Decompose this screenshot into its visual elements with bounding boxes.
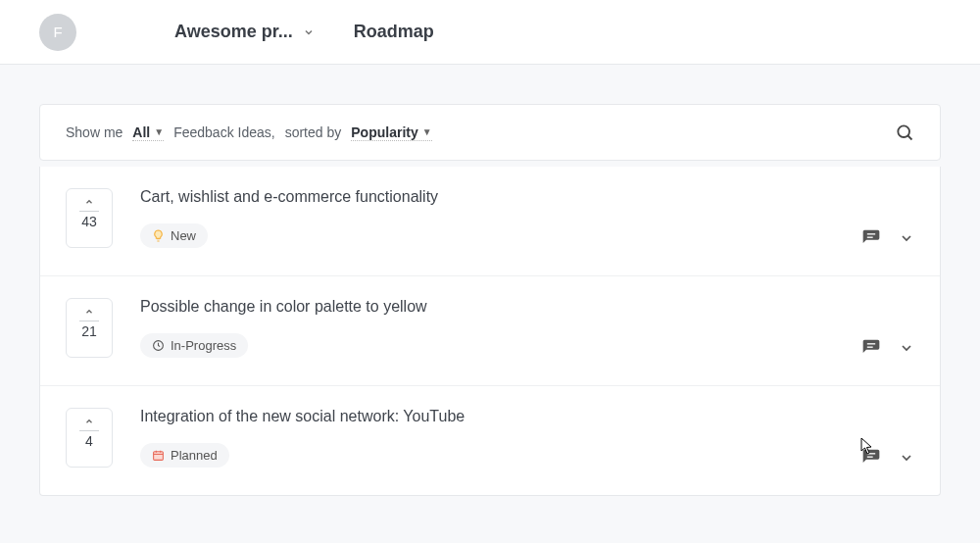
header: F Awesome pr... Roadmap	[0, 0, 980, 65]
filter-ideas-label: Feedback Ideas,	[173, 124, 275, 140]
filter-bar: Show me All ▼ Feedback Ideas, sorted by …	[39, 104, 941, 161]
chevron-down-icon[interactable]	[899, 450, 914, 466]
vote-count: 4	[79, 430, 99, 449]
avatar[interactable]: F	[39, 14, 76, 51]
card-title[interactable]: Cart, wishlist and e-commerce functional…	[140, 188, 914, 206]
comment-icon[interactable]	[861, 448, 881, 468]
card-body: Cart, wishlist and e-commerce functional…	[113, 188, 914, 248]
status-badge: In-Progress	[140, 333, 248, 358]
card-actions	[861, 228, 914, 248]
card-body: Integration of the new social network: Y…	[113, 408, 914, 468]
comment-icon[interactable]	[861, 228, 881, 248]
filter-sorted-by-label: sorted by	[285, 124, 342, 140]
search-icon[interactable]	[895, 123, 914, 142]
vote-count: 21	[79, 321, 99, 339]
svg-rect-7	[154, 452, 164, 461]
status-badge: Planned	[140, 443, 229, 468]
project-name: Awesome pr...	[174, 22, 293, 42]
status-label: New	[171, 228, 196, 243]
vote-count: 43	[79, 211, 99, 229]
svg-point-0	[898, 125, 909, 137]
card-actions	[861, 338, 914, 358]
project-dropdown[interactable]: Awesome pr...	[174, 22, 315, 42]
filter-show-me-label: Show me	[66, 124, 122, 140]
chevron-down-icon	[303, 26, 315, 38]
status-label: In-Progress	[171, 338, 236, 353]
calendar-icon	[152, 449, 165, 462]
chevron-up-icon	[83, 307, 95, 317]
chevron-down-icon[interactable]	[899, 340, 914, 356]
chevron-down-icon: ▼	[154, 126, 164, 137]
card-body: Possible change in color palette to yell…	[113, 298, 914, 358]
nav-roadmap[interactable]: Roadmap	[354, 22, 434, 42]
svg-line-1	[908, 136, 912, 140]
feedback-card: 21 Possible change in color palette to y…	[40, 276, 940, 386]
comment-icon[interactable]	[861, 338, 881, 358]
card-title[interactable]: Possible change in color palette to yell…	[140, 298, 914, 316]
card-title[interactable]: Integration of the new social network: Y…	[140, 408, 914, 425]
filter-type-value: All	[132, 124, 150, 140]
feedback-card: 4 Integration of the new social network:…	[40, 386, 940, 495]
chevron-up-icon	[83, 417, 95, 426]
status-label: Planned	[171, 448, 218, 463]
filter-type-dropdown[interactable]: All ▼	[132, 124, 164, 141]
avatar-letter: F	[53, 24, 62, 40]
chevron-down-icon: ▼	[422, 126, 432, 137]
chevron-up-icon	[83, 197, 95, 207]
chevron-down-icon[interactable]	[899, 230, 914, 246]
upvote-button[interactable]: 43	[66, 188, 113, 248]
filter-sort-dropdown[interactable]: Popularity ▼	[351, 124, 431, 141]
clock-icon	[152, 339, 165, 352]
nav-roadmap-label: Roadmap	[354, 22, 434, 41]
bulb-icon	[152, 229, 165, 242]
filter-sort-value: Popularity	[351, 124, 417, 140]
feedback-card: 43 Cart, wishlist and e-commerce functio…	[40, 167, 940, 276]
status-badge: New	[140, 223, 208, 248]
feedback-list: 43 Cart, wishlist and e-commerce functio…	[39, 167, 941, 496]
main-container: Show me All ▼ Feedback Ideas, sorted by …	[0, 65, 980, 496]
upvote-button[interactable]: 4	[66, 408, 113, 468]
upvote-button[interactable]: 21	[66, 298, 113, 358]
card-actions	[861, 448, 914, 468]
